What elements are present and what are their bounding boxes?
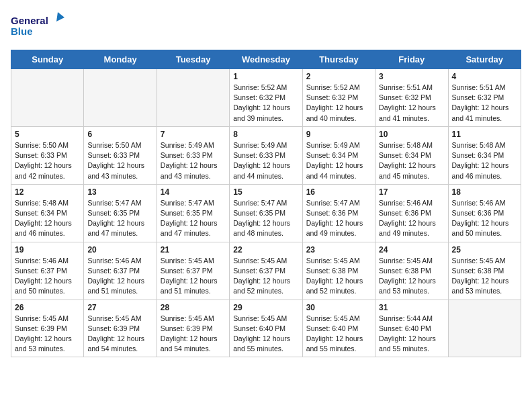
calendar-week-row: 26Sunrise: 5:45 AM Sunset: 6:39 PM Dayli… xyxy=(11,300,521,357)
day-info: Sunrise: 5:46 AM Sunset: 6:36 PM Dayligh… xyxy=(452,198,517,239)
day-number: 10 xyxy=(379,130,444,139)
calendar-cell: 16Sunrise: 5:47 AM Sunset: 6:36 PM Dayli… xyxy=(302,184,375,242)
day-header-monday: Monday xyxy=(84,50,157,69)
day-number: 26 xyxy=(15,303,80,312)
day-info: Sunrise: 5:51 AM Sunset: 6:32 PM Dayligh… xyxy=(379,83,444,124)
day-number: 3 xyxy=(379,72,444,81)
calendar-cell: 5Sunrise: 5:50 AM Sunset: 6:33 PM Daylig… xyxy=(11,126,84,184)
day-number: 5 xyxy=(15,130,80,139)
day-number: 19 xyxy=(15,245,80,255)
day-info: Sunrise: 5:47 AM Sunset: 6:35 PM Dayligh… xyxy=(233,198,298,239)
day-info: Sunrise: 5:47 AM Sunset: 6:35 PM Dayligh… xyxy=(161,198,226,239)
calendar-cell: 28Sunrise: 5:45 AM Sunset: 6:39 PM Dayli… xyxy=(157,300,229,357)
day-number: 25 xyxy=(452,245,517,255)
calendar-cell: 1Sunrise: 5:52 AM Sunset: 6:32 PM Daylig… xyxy=(230,69,302,127)
day-info: Sunrise: 5:52 AM Sunset: 6:32 PM Dayligh… xyxy=(233,83,298,124)
day-header-thursday: Thursday xyxy=(302,50,375,69)
calendar-cell: 23Sunrise: 5:45 AM Sunset: 6:38 PM Dayli… xyxy=(302,242,375,300)
calendar-table: SundayMondayTuesdayWednesdayThursdayFrid… xyxy=(11,50,521,357)
day-info: Sunrise: 5:48 AM Sunset: 6:34 PM Dayligh… xyxy=(15,198,80,239)
day-info: Sunrise: 5:45 AM Sunset: 6:37 PM Dayligh… xyxy=(161,256,226,297)
day-info: Sunrise: 5:52 AM Sunset: 6:32 PM Dayligh… xyxy=(306,83,371,124)
calendar-cell: 25Sunrise: 5:45 AM Sunset: 6:38 PM Dayli… xyxy=(448,242,521,300)
calendar-cell: 21Sunrise: 5:45 AM Sunset: 6:37 PM Dayli… xyxy=(157,242,229,300)
calendar-cell: 27Sunrise: 5:45 AM Sunset: 6:39 PM Dayli… xyxy=(84,300,157,357)
day-info: Sunrise: 5:49 AM Sunset: 6:34 PM Dayligh… xyxy=(306,140,371,181)
day-info: Sunrise: 5:46 AM Sunset: 6:37 PM Dayligh… xyxy=(15,256,80,297)
day-info: Sunrise: 5:45 AM Sunset: 6:39 PM Dayligh… xyxy=(161,314,226,355)
day-header-sunday: Sunday xyxy=(11,50,84,69)
day-number: 30 xyxy=(306,303,371,312)
day-info: Sunrise: 5:51 AM Sunset: 6:32 PM Dayligh… xyxy=(452,83,517,124)
day-number: 6 xyxy=(87,130,152,139)
calendar-week-row: 1Sunrise: 5:52 AM Sunset: 6:32 PM Daylig… xyxy=(11,69,521,127)
calendar-cell: 31Sunrise: 5:44 AM Sunset: 6:40 PM Dayli… xyxy=(375,300,448,357)
day-number: 8 xyxy=(233,130,298,139)
calendar-cell: 22Sunrise: 5:45 AM Sunset: 6:37 PM Dayli… xyxy=(230,242,302,300)
day-number: 14 xyxy=(161,187,226,197)
day-number: 23 xyxy=(306,245,371,255)
day-number: 9 xyxy=(306,130,371,139)
calendar-cell: 20Sunrise: 5:46 AM Sunset: 6:37 PM Dayli… xyxy=(84,242,157,300)
day-info: Sunrise: 5:45 AM Sunset: 6:39 PM Dayligh… xyxy=(87,314,152,355)
day-info: Sunrise: 5:47 AM Sunset: 6:36 PM Dayligh… xyxy=(306,198,371,239)
day-info: Sunrise: 5:50 AM Sunset: 6:33 PM Dayligh… xyxy=(15,140,80,181)
calendar-cell: 19Sunrise: 5:46 AM Sunset: 6:37 PM Dayli… xyxy=(11,242,84,300)
page-header: General Blue xyxy=(11,11,521,43)
calendar-cell: 30Sunrise: 5:45 AM Sunset: 6:40 PM Dayli… xyxy=(302,300,375,357)
day-number: 21 xyxy=(161,245,226,255)
calendar-cell xyxy=(448,300,521,357)
calendar-cell: 18Sunrise: 5:46 AM Sunset: 6:36 PM Dayli… xyxy=(448,184,521,242)
calendar-cell: 14Sunrise: 5:47 AM Sunset: 6:35 PM Dayli… xyxy=(157,184,229,242)
day-header-tuesday: Tuesday xyxy=(157,50,229,69)
day-number: 16 xyxy=(306,187,371,197)
day-info: Sunrise: 5:45 AM Sunset: 6:37 PM Dayligh… xyxy=(233,256,298,297)
day-info: Sunrise: 5:49 AM Sunset: 6:33 PM Dayligh… xyxy=(161,140,226,181)
calendar-header-row: SundayMondayTuesdayWednesdayThursdayFrid… xyxy=(11,50,521,69)
day-info: Sunrise: 5:44 AM Sunset: 6:40 PM Dayligh… xyxy=(379,314,444,355)
day-info: Sunrise: 5:46 AM Sunset: 6:36 PM Dayligh… xyxy=(379,198,444,239)
calendar-cell: 4Sunrise: 5:51 AM Sunset: 6:32 PM Daylig… xyxy=(448,69,521,127)
calendar-cell: 3Sunrise: 5:51 AM Sunset: 6:32 PM Daylig… xyxy=(375,69,448,127)
calendar-cell: 11Sunrise: 5:48 AM Sunset: 6:34 PM Dayli… xyxy=(448,126,521,184)
calendar-cell: 6Sunrise: 5:50 AM Sunset: 6:33 PM Daylig… xyxy=(84,126,157,184)
logo: General Blue xyxy=(11,11,64,43)
day-header-saturday: Saturday xyxy=(448,50,521,69)
day-number: 1 xyxy=(233,72,298,81)
day-info: Sunrise: 5:45 AM Sunset: 6:40 PM Dayligh… xyxy=(233,314,298,355)
day-number: 27 xyxy=(87,303,152,312)
day-header-friday: Friday xyxy=(375,50,448,69)
day-info: Sunrise: 5:46 AM Sunset: 6:37 PM Dayligh… xyxy=(87,256,152,297)
calendar-cell: 7Sunrise: 5:49 AM Sunset: 6:33 PM Daylig… xyxy=(157,126,229,184)
svg-text:Blue: Blue xyxy=(11,26,33,37)
day-info: Sunrise: 5:47 AM Sunset: 6:35 PM Dayligh… xyxy=(87,198,152,239)
day-number: 29 xyxy=(233,303,298,312)
calendar-week-row: 5Sunrise: 5:50 AM Sunset: 6:33 PM Daylig… xyxy=(11,126,521,184)
logo-svg: General Blue xyxy=(11,11,64,43)
day-info: Sunrise: 5:45 AM Sunset: 6:38 PM Dayligh… xyxy=(379,256,444,297)
calendar-cell: 8Sunrise: 5:49 AM Sunset: 6:33 PM Daylig… xyxy=(230,126,302,184)
day-number: 15 xyxy=(233,187,298,197)
day-info: Sunrise: 5:45 AM Sunset: 6:39 PM Dayligh… xyxy=(15,314,80,355)
calendar-cell xyxy=(157,69,229,127)
calendar-cell: 2Sunrise: 5:52 AM Sunset: 6:32 PM Daylig… xyxy=(302,69,375,127)
day-number: 18 xyxy=(452,187,517,197)
calendar-cell: 26Sunrise: 5:45 AM Sunset: 6:39 PM Dayli… xyxy=(11,300,84,357)
day-header-wednesday: Wednesday xyxy=(230,50,302,69)
day-info: Sunrise: 5:48 AM Sunset: 6:34 PM Dayligh… xyxy=(452,140,517,181)
svg-text:General: General xyxy=(11,15,48,26)
day-number: 31 xyxy=(379,303,444,312)
day-info: Sunrise: 5:45 AM Sunset: 6:38 PM Dayligh… xyxy=(306,256,371,297)
day-number: 2 xyxy=(306,72,371,81)
day-number: 7 xyxy=(161,130,226,139)
day-number: 28 xyxy=(161,303,226,312)
day-info: Sunrise: 5:48 AM Sunset: 6:34 PM Dayligh… xyxy=(379,140,444,181)
svg-marker-2 xyxy=(56,12,64,21)
calendar-cell xyxy=(11,69,84,127)
day-info: Sunrise: 5:45 AM Sunset: 6:40 PM Dayligh… xyxy=(306,314,371,355)
calendar-cell: 15Sunrise: 5:47 AM Sunset: 6:35 PM Dayli… xyxy=(230,184,302,242)
calendar-week-row: 19Sunrise: 5:46 AM Sunset: 6:37 PM Dayli… xyxy=(11,242,521,300)
day-number: 24 xyxy=(379,245,444,255)
calendar-cell xyxy=(84,69,157,127)
day-number: 22 xyxy=(233,245,298,255)
